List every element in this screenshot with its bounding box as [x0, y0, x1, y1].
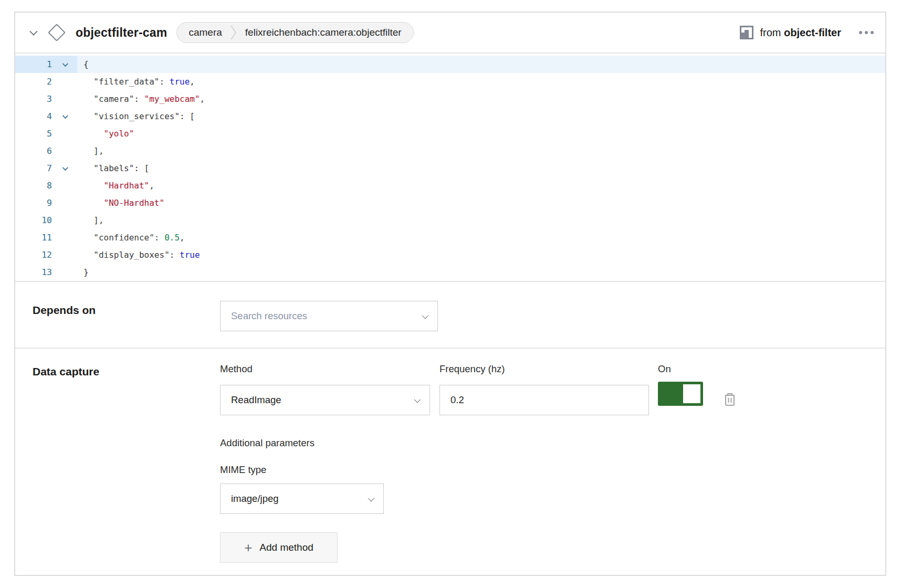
mime-type-select[interactable]: image/jpeg	[220, 484, 384, 514]
more-options-button[interactable]	[859, 31, 874, 34]
code-line[interactable]: 7 "labels": [	[15, 160, 885, 177]
code-line[interactable]: 3 "camera": "my_webcam",	[15, 90, 885, 108]
add-method-button[interactable]: + Add method	[220, 532, 338, 563]
line-number: 9	[15, 194, 52, 212]
line-number: 1	[15, 56, 52, 73]
code-line[interactable]: 10 ],	[15, 212, 885, 229]
toggle-on-label: On	[658, 363, 703, 375]
json-config-editor[interactable]: 1{2 "filter_data": true,3 "camera": "my_…	[15, 54, 885, 281]
code-text: ],	[77, 142, 885, 160]
resource-title: objectfilter-cam	[76, 26, 167, 40]
camera-component-icon	[48, 24, 66, 41]
line-number: 13	[15, 264, 52, 281]
trash-icon	[723, 392, 737, 406]
line-number: 5	[15, 125, 52, 142]
chevron-down-icon	[414, 396, 421, 403]
line-number: 3	[15, 90, 52, 108]
code-text: "display_boxes": true	[77, 246, 885, 264]
code-text: "camera": "my_webcam",	[77, 90, 885, 108]
method-value: ReadImage	[231, 394, 281, 406]
resource-config-card: objectfilter-cam camera felixreichenbach…	[14, 12, 886, 576]
plus-icon: +	[244, 541, 252, 554]
code-line[interactable]: 2 "filter_data": true,	[15, 73, 885, 90]
pill-separator-icon	[231, 25, 237, 40]
frequency-label: Frequency (hz)	[439, 363, 649, 375]
code-text: "labels": [	[77, 160, 885, 177]
line-number: 2	[15, 73, 52, 90]
data-capture-section: Data capture Method ReadImage Frequency …	[15, 348, 885, 576]
code-line[interactable]: 4 "vision_services": [	[15, 108, 885, 125]
code-line[interactable]: 12 "display_boxes": true	[15, 246, 885, 264]
delete-method-button[interactable]	[723, 384, 737, 415]
depends-on-placeholder: Search resources	[231, 310, 307, 322]
frequency-input[interactable]	[439, 385, 649, 415]
method-label: Method	[220, 363, 430, 375]
depends-on-select[interactable]: Search resources	[220, 301, 438, 331]
fold-chevron-icon[interactable]	[52, 108, 77, 125]
mime-type-value: image/jpeg	[231, 493, 279, 505]
code-text: ],	[77, 212, 885, 229]
code-line[interactable]: 1{	[15, 56, 885, 73]
collapse-chevron-icon[interactable]	[30, 28, 36, 37]
chevron-down-icon	[368, 495, 375, 501]
line-number: 8	[15, 177, 52, 194]
code-text: "Hardhat",	[77, 177, 885, 194]
code-text: "NO-Hardhat"	[77, 194, 885, 212]
code-text: "vision_services": [	[77, 108, 885, 125]
line-number: 12	[15, 246, 52, 264]
method-select[interactable]: ReadImage	[220, 385, 430, 415]
code-text: "confidence": 0.5,	[77, 229, 885, 246]
code-line[interactable]: 6 ],	[15, 142, 885, 160]
card-header: objectfilter-cam camera felixreichenbach…	[15, 13, 885, 54]
code-line[interactable]: 13}	[15, 264, 885, 281]
code-line[interactable]: 8 "Hardhat",	[15, 177, 885, 194]
code-line[interactable]: 5 "yolo"	[15, 125, 885, 142]
subtype-label: camera	[188, 27, 222, 38]
code-line[interactable]: 9 "NO-Hardhat"	[15, 194, 885, 212]
code-text: "yolo"	[77, 125, 885, 142]
resource-type-pill: camera felixreichenbach:camera:objectfil…	[176, 22, 413, 43]
code-text: }	[77, 264, 885, 281]
code-line[interactable]: 11 "confidence": 0.5,	[15, 229, 885, 246]
from-module-text: from object-filter	[760, 27, 841, 39]
fold-chevron-icon[interactable]	[52, 56, 77, 73]
module-icon	[739, 25, 754, 40]
line-number: 4	[15, 108, 52, 125]
data-capture-toggle[interactable]	[658, 382, 703, 406]
depends-on-label: Depends on	[33, 304, 220, 317]
line-number: 7	[15, 160, 52, 177]
line-number: 11	[15, 229, 52, 246]
code-text: "filter_data": true,	[77, 73, 885, 90]
chevron-down-icon	[422, 312, 429, 319]
fold-chevron-icon[interactable]	[52, 160, 77, 177]
data-capture-label: Data capture	[33, 365, 220, 378]
line-number: 10	[15, 212, 52, 229]
code-text: {	[77, 56, 885, 73]
additional-parameters-label: Additional parameters	[220, 437, 737, 449]
model-label: felixreichenbach:camera:objectfilter	[245, 27, 402, 38]
depends-on-section: Depends on Search resources	[15, 281, 885, 348]
line-number: 6	[15, 142, 52, 160]
mime-type-label: MIME type	[220, 464, 737, 476]
